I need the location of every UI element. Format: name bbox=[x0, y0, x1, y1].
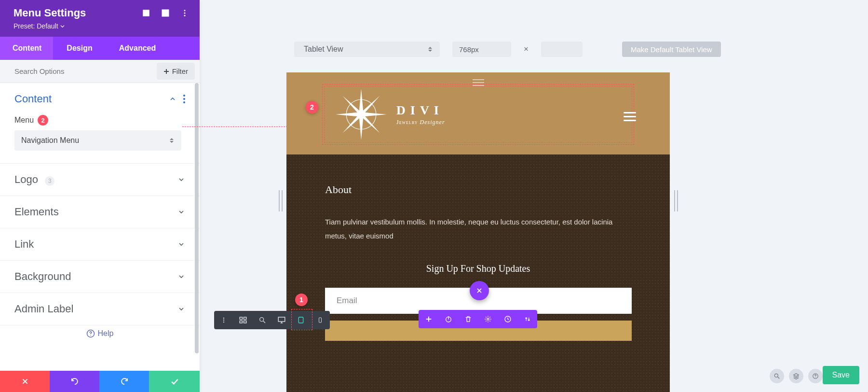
chevron-down-icon bbox=[177, 305, 185, 313]
phone-view-button[interactable] bbox=[311, 311, 330, 329]
svg-point-20 bbox=[223, 318, 224, 319]
gear-icon bbox=[484, 315, 492, 323]
redo-icon bbox=[120, 377, 129, 386]
mobile-menu-toggle[interactable] bbox=[624, 112, 636, 121]
group-admin-label-header[interactable]: Admin Label bbox=[0, 293, 200, 325]
svg-point-3 bbox=[184, 10, 186, 11]
resize-handle-left[interactable] bbox=[279, 190, 284, 211]
group-link-title: Link bbox=[14, 238, 34, 251]
layers-button[interactable] bbox=[789, 369, 803, 383]
trash-icon bbox=[464, 315, 472, 323]
canvas: Tablet View 768px × Make Default Tablet … bbox=[200, 0, 868, 392]
group-content: Content Menu 2 Navigation Menu bbox=[0, 83, 200, 164]
expand-icon[interactable] bbox=[142, 9, 150, 17]
undo-button[interactable] bbox=[50, 371, 99, 392]
svg-rect-23 bbox=[240, 317, 242, 320]
layers-icon bbox=[793, 373, 800, 379]
make-default-button[interactable]: Make Default Tablet View bbox=[622, 42, 721, 57]
svg-point-18 bbox=[487, 318, 489, 320]
tab-design[interactable]: Design bbox=[53, 37, 106, 60]
group-logo-header[interactable]: Logo 3 bbox=[0, 164, 200, 196]
about-heading: About bbox=[325, 183, 631, 196]
preview-footer: About Tiam pulvinar vestibulum mollis. I… bbox=[286, 154, 670, 392]
svg-point-4 bbox=[184, 13, 186, 14]
chevron-up-icon bbox=[169, 95, 176, 103]
panel-header: Menu Settings Preset: Default bbox=[0, 0, 200, 37]
tab-content[interactable]: Content bbox=[0, 37, 53, 60]
clock-icon bbox=[504, 315, 512, 323]
panel-footer bbox=[0, 371, 200, 392]
filter-button[interactable]: Filter bbox=[157, 63, 195, 80]
preset-label: Preset: Default bbox=[14, 22, 58, 30]
module-add-button[interactable] bbox=[419, 310, 438, 328]
svg-line-37 bbox=[778, 377, 780, 379]
svg-rect-29 bbox=[278, 317, 285, 322]
width-value: 768px bbox=[459, 45, 479, 54]
annotation-callout-1: 1 bbox=[295, 294, 308, 306]
resize-handle-right[interactable] bbox=[674, 190, 679, 211]
desktop-icon bbox=[277, 316, 286, 324]
module-delete-button[interactable] bbox=[458, 310, 478, 328]
group-link: Link bbox=[0, 228, 200, 261]
close-toolbar-button[interactable] bbox=[470, 281, 489, 300]
module-settings-button[interactable] bbox=[478, 310, 498, 328]
builder-bottom-toolbar bbox=[214, 311, 330, 329]
view-select[interactable]: Tablet View bbox=[294, 42, 440, 57]
save-label: Save bbox=[832, 371, 850, 379]
svg-marker-15 bbox=[343, 114, 362, 133]
save-button[interactable]: Save bbox=[823, 366, 859, 384]
group-background-header[interactable]: Background bbox=[0, 261, 200, 293]
preset-selector[interactable]: Preset: Default bbox=[14, 22, 189, 30]
filter-label: Filter bbox=[172, 67, 188, 75]
svg-marker-11 bbox=[361, 112, 387, 117]
redo-button[interactable] bbox=[99, 371, 149, 392]
svg-rect-34 bbox=[319, 318, 322, 322]
discard-button[interactable] bbox=[0, 371, 50, 392]
apply-button[interactable] bbox=[149, 371, 200, 392]
svg-rect-1 bbox=[162, 10, 169, 16]
undo-icon bbox=[70, 377, 79, 386]
group-content-title: Content bbox=[14, 93, 52, 105]
phone-icon bbox=[317, 316, 323, 324]
group-elements-header[interactable]: Elements bbox=[0, 196, 200, 228]
width-input[interactable]: 768px bbox=[452, 42, 511, 57]
height-input[interactable] bbox=[541, 42, 583, 57]
help-link[interactable]: Help bbox=[0, 325, 200, 338]
module-power-button[interactable] bbox=[438, 310, 458, 328]
zoom-view-button[interactable] bbox=[253, 311, 272, 329]
module-history-button[interactable] bbox=[498, 310, 517, 328]
page-help-button[interactable] bbox=[808, 369, 823, 383]
svg-rect-26 bbox=[244, 321, 246, 323]
help-label: Help bbox=[98, 329, 114, 338]
page-search-button[interactable] bbox=[770, 369, 784, 383]
settings-panel: Menu Settings Preset: Default Content De… bbox=[0, 0, 200, 392]
group-content-header[interactable]: Content bbox=[0, 83, 200, 115]
help-icon bbox=[812, 373, 819, 379]
panel-body: Content Menu 2 Navigation Menu bbox=[0, 83, 200, 371]
search-input[interactable] bbox=[0, 61, 157, 82]
tab-advanced[interactable]: Advanced bbox=[106, 37, 169, 60]
svg-marker-10 bbox=[336, 112, 361, 117]
search-icon bbox=[773, 373, 780, 379]
caret-down-icon bbox=[60, 24, 65, 28]
arrows-vertical-icon bbox=[524, 315, 531, 323]
svg-marker-8 bbox=[359, 89, 364, 114]
wireframe-view-button[interactable] bbox=[233, 311, 253, 329]
times-icon: × bbox=[524, 44, 529, 54]
snap-left-icon[interactable] bbox=[161, 9, 170, 17]
group-more-icon[interactable] bbox=[183, 95, 185, 103]
tagline-text: Jewelry Designer bbox=[396, 119, 445, 126]
menu-select[interactable]: Navigation Menu bbox=[14, 130, 181, 151]
desktop-view-button[interactable] bbox=[272, 311, 291, 329]
svg-marker-13 bbox=[361, 114, 380, 133]
builder-more-button[interactable] bbox=[214, 311, 233, 329]
module-move-button[interactable] bbox=[517, 310, 537, 328]
chevron-down-icon bbox=[177, 208, 185, 216]
check-icon bbox=[170, 377, 179, 386]
more-icon[interactable] bbox=[180, 9, 189, 17]
email-placeholder: Email bbox=[337, 296, 357, 306]
close-icon bbox=[476, 287, 483, 294]
group-link-header[interactable]: Link bbox=[0, 228, 200, 260]
group-background: Background bbox=[0, 261, 200, 293]
svg-marker-14 bbox=[361, 96, 380, 115]
